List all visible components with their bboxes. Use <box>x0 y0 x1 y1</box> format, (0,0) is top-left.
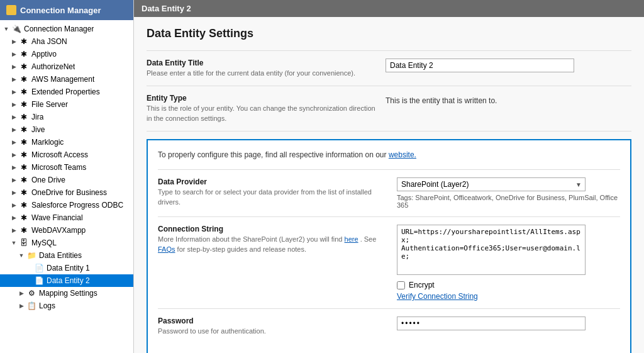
plugin-icon: ✱ <box>19 213 29 223</box>
sidebar-item-label-mysql: MySQL <box>31 238 57 247</box>
plugin-icon: ✱ <box>19 74 29 84</box>
expand-icon: ▶ <box>10 189 18 196</box>
expand-icon: ▶ <box>18 289 25 297</box>
expand-icon: ▼ <box>3 25 10 33</box>
sidebar-item-microsoft-access[interactable]: ▶✱Microsoft Access <box>0 148 133 161</box>
sidebar-item-salesforce-progress[interactable]: ▶✱Salesforce Progress ODBC <box>0 199 133 211</box>
expand-icon: ▼ <box>10 239 18 247</box>
password-row: Password Password to use for authenticat… <box>158 317 620 336</box>
entity-icon: 📄 <box>34 276 44 286</box>
entity-type-label-col: Entity Type This is the role of your ent… <box>147 94 386 123</box>
sidebar: Connection Manager ▼🔌Connection Manager▶… <box>0 0 134 353</box>
expand-icon: ▶ <box>10 176 18 184</box>
data-provider-select[interactable]: SharePoint (Layer2)MySQLSQL ServerOData <box>397 177 586 191</box>
expand-icon <box>25 264 33 272</box>
connection-string-desc-middle: . See <box>360 235 377 243</box>
main-header: Data Entity 2 <box>134 0 644 17</box>
connection-string-label: Connection String <box>158 225 387 233</box>
expand-icon: ▶ <box>10 201 18 209</box>
sidebar-item-label-aha-json: Aha JSON <box>31 37 67 46</box>
sidebar-item-marklogic[interactable]: ▶✱Marklogic <box>0 136 133 148</box>
plugin-icon: ✱ <box>19 62 29 72</box>
sidebar-item-jive[interactable]: ▶✱Jive <box>0 123 133 136</box>
sidebar-item-data-entities[interactable]: ▼📁Data Entities <box>0 249 133 262</box>
sidebar-item-logs[interactable]: ▶📋Logs <box>0 300 133 312</box>
sidebar-item-label-onedrive-business: OneDrive for Business <box>31 188 107 197</box>
entity-title-label-col: Data Entity Title Please enter a title f… <box>147 59 386 78</box>
sidebar-item-webdavxampp[interactable]: ▶✱WebDAVXampp <box>0 224 133 237</box>
data-provider-row: Data Provider Type to search for or sele… <box>158 177 620 209</box>
encrypt-row: Encrypt <box>397 281 620 289</box>
data-provider-input-col: SharePoint (Layer2)MySQLSQL ServerOData … <box>397 177 620 209</box>
verify-connection-link[interactable]: Verify Connection String <box>397 292 620 301</box>
mapping-icon: ⚙ <box>26 288 36 298</box>
konsolenstamm-icon <box>6 5 16 15</box>
connection-string-faqs-link[interactable]: FAQs <box>158 245 175 253</box>
password-input[interactable] <box>397 317 586 330</box>
main-panel: Data Entity 2 Data Entity Settings Data … <box>134 0 644 353</box>
sidebar-item-data-entity-1[interactable]: 📄Data Entity 1 <box>0 262 133 274</box>
sidebar-item-aws-management[interactable]: ▶✱AWS Management <box>0 73 133 86</box>
plugin-icon: ✱ <box>19 188 29 198</box>
sidebar-item-apptivo[interactable]: ▶✱Apptivo <box>0 48 133 60</box>
sidebar-item-label-microsoft-teams: Microsoft Teams <box>31 163 86 172</box>
sidebar-item-one-drive[interactable]: ▶✱One Drive <box>0 174 133 186</box>
entity-title-desc: Please enter a title for the current dat… <box>147 69 375 78</box>
sidebar-item-data-entity-2[interactable]: 📄Data Entity 2 <box>0 274 133 287</box>
sidebar-item-onedrive-business[interactable]: ▶✱OneDrive for Business <box>0 186 133 199</box>
sidebar-item-label-jive: Jive <box>31 125 45 134</box>
expand-icon: ▼ <box>18 252 25 259</box>
expand-icon: ▶ <box>10 63 18 70</box>
entity-title-input-col <box>386 59 631 72</box>
sidebar-item-label-data-entity-1: Data Entity 1 <box>47 264 90 272</box>
plugin-icon: ✱ <box>19 200 29 210</box>
blue-box-website-link[interactable]: website. <box>389 150 416 159</box>
sidebar-item-label-data-entity-2: Data Entity 2 <box>47 276 90 285</box>
connection-string-textarea[interactable] <box>397 225 586 275</box>
data-provider-label: Data Provider <box>158 177 387 186</box>
data-provider-select-wrapper: SharePoint (Layer2)MySQLSQL ServerOData … <box>397 177 586 191</box>
encrypt-checkbox[interactable] <box>397 281 405 289</box>
sidebar-item-label-one-drive: One Drive <box>31 176 65 184</box>
entity-title-row: Data Entity Title Please enter a title f… <box>147 59 631 78</box>
connection-string-here-link[interactable]: here <box>345 235 358 243</box>
sidebar-item-label-aws-management: AWS Management <box>31 75 94 84</box>
plugin-icon: ✱ <box>19 125 29 135</box>
expand-icon: ▶ <box>10 138 18 146</box>
sidebar-item-label-logs: Logs <box>39 301 55 310</box>
expand-icon <box>25 277 33 284</box>
sidebar-item-aha-json[interactable]: ▶✱Aha JSON <box>0 35 133 48</box>
encrypt-label[interactable]: Encrypt <box>409 281 435 289</box>
sidebar-item-authorizenet[interactable]: ▶✱AuthorizeNet <box>0 60 133 73</box>
sidebar-item-mapping-settings[interactable]: ▶⚙Mapping Settings <box>0 287 133 300</box>
sidebar-item-label-marklogic: Marklogic <box>31 138 64 147</box>
sidebar-item-connection-manager[interactable]: ▼🔌Connection Manager <box>0 23 133 35</box>
expand-icon: ▶ <box>10 227 18 234</box>
plugin-icon: ✱ <box>19 49 29 59</box>
sidebar-item-mysql[interactable]: ▼🗄MySQL <box>0 237 133 249</box>
sidebar-item-label-jira: Jira <box>31 113 43 121</box>
sidebar-item-label-mapping-settings: Mapping Settings <box>39 289 97 298</box>
blue-box-notice-text: To properly configure this page, find al… <box>158 150 387 159</box>
plugin-icon: ✱ <box>19 99 29 109</box>
sidebar-item-microsoft-teams[interactable]: ▶✱Microsoft Teams <box>0 161 133 174</box>
entity-type-desc: This is the role of your entity. You can… <box>147 104 375 123</box>
blue-box-section: To properly configure this page, find al… <box>147 139 631 353</box>
sidebar-item-jira[interactable]: ▶✱Jira <box>0 111 133 123</box>
plugin-icon: ✱ <box>19 162 29 172</box>
sidebar-item-label-file-server: File Server <box>31 100 68 109</box>
sidebar-item-file-server[interactable]: ▶✱File Server <box>0 98 133 111</box>
expand-icon: ▶ <box>18 302 25 310</box>
expand-icon: ▶ <box>10 126 18 133</box>
page-title: Data Entity Settings <box>147 27 631 40</box>
sidebar-item-label-salesforce-progress: Salesforce Progress ODBC <box>31 201 123 210</box>
password-label: Password <box>158 317 387 325</box>
data-provider-label-col: Data Provider Type to search for or sele… <box>158 177 397 207</box>
connection-string-label-col: Connection String More Information about… <box>158 225 397 254</box>
connection-string-desc: More Information about the SharePoint (L… <box>158 235 387 254</box>
data-provider-desc: Type to search for or select your data p… <box>158 188 387 207</box>
sidebar-item-extended-properties[interactable]: ▶✱Extended Properties <box>0 86 133 98</box>
entity-title-input[interactable] <box>386 59 574 72</box>
sidebar-item-wave-financial[interactable]: ▶✱Wave Financial <box>0 211 133 224</box>
plugin-icon: ✱ <box>19 175 29 185</box>
